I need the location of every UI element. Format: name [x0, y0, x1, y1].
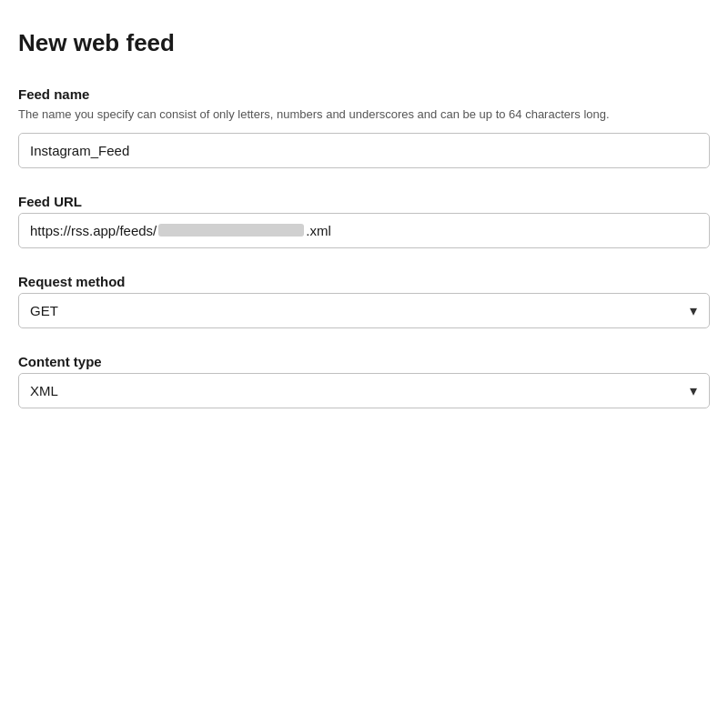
feed-name-description: The name you specify can consist of only… — [18, 106, 710, 124]
feed-name-label: Feed name — [18, 86, 710, 102]
content-type-wrapper: XML JSON HTML TEXT ▾ — [18, 373, 710, 408]
feed-url-label: Feed URL — [18, 194, 710, 209]
feed-name-section: Feed name The name you specify can consi… — [18, 86, 710, 168]
feed-url-section: Feed URL https://rss.app/feeds/ .xml — [18, 194, 710, 248]
feed-url-display[interactable]: https://rss.app/feeds/ .xml — [18, 213, 710, 248]
content-type-label: Content type — [18, 354, 710, 369]
request-method-select[interactable]: GET POST PUT DELETE — [18, 293, 710, 328]
page-title: New web feed — [18, 29, 710, 57]
request-method-wrapper: GET POST PUT DELETE ▾ — [18, 293, 710, 328]
feed-name-input[interactable] — [18, 133, 710, 168]
request-method-label: Request method — [18, 274, 710, 289]
request-method-section: Request method GET POST PUT DELETE ▾ — [18, 274, 710, 328]
url-prefix: https://rss.app/feeds/ — [30, 223, 157, 238]
content-type-select[interactable]: XML JSON HTML TEXT — [18, 373, 710, 408]
url-suffix: .xml — [306, 223, 331, 238]
url-redacted-part — [158, 224, 304, 237]
content-type-section: Content type XML JSON HTML TEXT ▾ — [18, 354, 710, 408]
